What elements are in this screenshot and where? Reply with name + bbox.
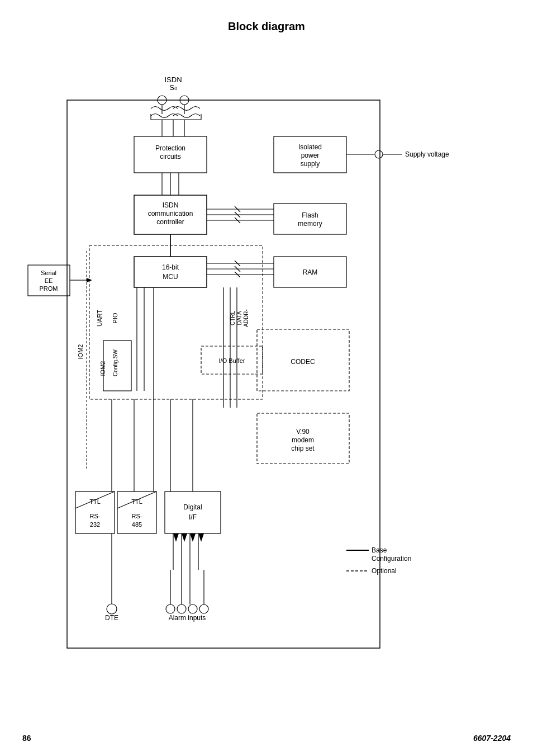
svg-text:MCU: MCU — [163, 273, 178, 281]
svg-text:supply: supply — [301, 160, 320, 168]
svg-text:CODEC: CODEC — [291, 358, 315, 366]
svg-text:PIO: PIO — [112, 313, 118, 323]
svg-point-110 — [188, 604, 197, 613]
svg-point-109 — [177, 604, 186, 613]
page-title: Block diagram — [0, 0, 533, 44]
svg-text:S₀: S₀ — [169, 83, 177, 92]
footer: 86 6607-2204 — [0, 734, 533, 743]
svg-text:CTRL: CTRL — [230, 311, 236, 326]
svg-text:communication: communication — [148, 210, 193, 218]
diagram-area: ISDN S₀ Protection circuits — [0, 44, 533, 715]
svg-marker-99 — [190, 533, 196, 542]
svg-marker-98 — [182, 533, 187, 542]
svg-text:I/F: I/F — [189, 513, 197, 521]
svg-text:ISDN: ISDN — [164, 75, 182, 84]
svg-text:Alarm inputs: Alarm inputs — [169, 614, 206, 622]
svg-point-111 — [199, 604, 208, 613]
svg-text:ISDN: ISDN — [163, 201, 179, 209]
svg-text:Supply voltage: Supply voltage — [405, 150, 449, 158]
svg-point-108 — [166, 604, 175, 613]
svg-line-87 — [117, 492, 156, 508]
svg-text:16-bit: 16-bit — [162, 263, 179, 271]
svg-text:PROM: PROM — [40, 285, 58, 292]
svg-text:controller: controller — [156, 218, 184, 226]
svg-text:chip set: chip set — [291, 445, 315, 452]
svg-text:Isolated: Isolated — [298, 143, 322, 151]
svg-text:UART: UART — [96, 310, 103, 327]
svg-rect-90 — [165, 492, 221, 533]
svg-point-24 — [375, 150, 383, 158]
svg-text:IOM2: IOM2 — [99, 361, 106, 376]
footer-doc-number: 6607-2204 — [473, 734, 511, 743]
svg-text:232: 232 — [90, 521, 100, 528]
svg-text:Flash: Flash — [302, 211, 318, 219]
svg-line-82 — [75, 492, 115, 508]
svg-rect-40 — [134, 257, 207, 287]
svg-text:Protection: Protection — [155, 144, 185, 152]
svg-text:I/O Buffer: I/O Buffer — [219, 357, 245, 364]
svg-marker-97 — [173, 533, 179, 542]
svg-marker-100 — [198, 533, 204, 542]
block-diagram-svg: ISDN S₀ Protection circuits — [0, 44, 533, 715]
svg-text:IOM2: IOM2 — [77, 344, 84, 360]
svg-text:Configuration: Configuration — [372, 555, 411, 563]
svg-point-105 — [107, 604, 117, 614]
svg-text:ADDR-: ADDR- — [243, 309, 249, 327]
svg-text:Base: Base — [372, 546, 387, 554]
svg-text:DATA: DATA — [236, 311, 242, 325]
svg-text:485: 485 — [132, 521, 142, 528]
svg-text:Digital: Digital — [183, 503, 202, 511]
svg-text:modem: modem — [292, 436, 314, 444]
svg-text:RS-: RS- — [90, 513, 101, 519]
svg-text:DTE: DTE — [105, 614, 118, 622]
svg-text:Optional: Optional — [372, 567, 397, 575]
footer-page-number: 86 — [22, 734, 31, 743]
svg-text:Serial: Serial — [41, 270, 56, 276]
svg-text:RS-: RS- — [132, 513, 142, 519]
svg-text:power: power — [301, 152, 320, 159]
svg-text:RAM: RAM — [303, 268, 318, 276]
svg-text:circuits: circuits — [160, 153, 180, 160]
svg-text:V.90: V.90 — [296, 428, 310, 436]
svg-text:memory: memory — [298, 220, 322, 228]
svg-text:EE: EE — [45, 277, 53, 284]
svg-text:Config.SW: Config.SW — [112, 349, 118, 376]
